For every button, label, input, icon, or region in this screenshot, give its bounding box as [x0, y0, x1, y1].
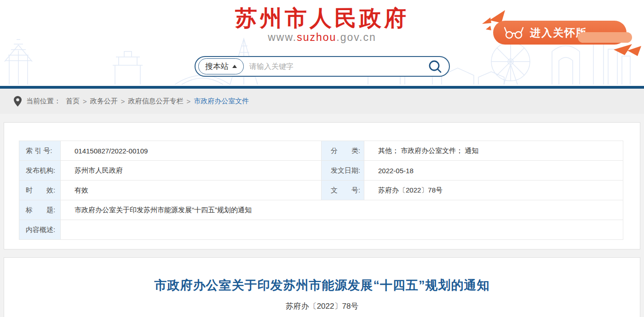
- table-row: 索 引 号: 014150827/2022-00109 分 类: 其他； 市政府…: [19, 141, 623, 161]
- care-version-button[interactable]: 进入关怀版: [493, 21, 627, 45]
- breadcrumb-home[interactable]: 首页: [66, 97, 80, 106]
- index-number-label: 索 引 号:: [19, 141, 61, 161]
- breadcrumb-separator: >: [83, 97, 87, 105]
- issue-date-label: 发文日期:: [322, 161, 364, 181]
- summary-label: 内容概述:: [19, 220, 61, 240]
- breadcrumb-office-documents[interactable]: 市政府办公室文件: [194, 97, 249, 106]
- validity-value: 有效: [61, 181, 322, 200]
- breadcrumb: 当前位置： 首页 > 政务公开 > 政府信息公开专栏 > 市政府办公室文件: [0, 89, 644, 114]
- table-row: 时 效: 有效 文 号: 苏府办〔2022〕78号: [19, 181, 623, 200]
- document-meta-card: 索 引 号: 014150827/2022-00109 分 类: 其他； 市政府…: [4, 122, 640, 249]
- issuing-agency-label: 发布机构:: [19, 161, 61, 181]
- search-scope-label: 搜本站: [205, 61, 229, 72]
- chevron-up-icon: [232, 65, 237, 68]
- table-row: 标 题: 市政府办公室关于印发苏州市能源发展“十四五”规划的通知: [19, 200, 623, 220]
- category-label: 分 类:: [322, 141, 364, 161]
- table-row: 发布机构: 苏州市人民政府 发文日期: 2022-05-18: [19, 161, 623, 181]
- search-input[interactable]: [244, 62, 428, 71]
- breadcrumb-info-disclosure[interactable]: 政府信息公开专栏: [128, 97, 184, 106]
- title-label: 标 题:: [19, 200, 61, 220]
- breadcrumb-separator: >: [121, 97, 125, 105]
- page: 苏州市人民政府 www.suzhou.gov.cn 搜本站: [0, 0, 644, 317]
- document-number-label: 文 号:: [322, 181, 364, 200]
- location-pin-icon: [14, 96, 22, 107]
- search-bar: 搜本站: [195, 56, 450, 77]
- breadcrumb-prefix: 当前位置：: [26, 97, 61, 106]
- issuing-agency-value: 苏州市人民政府: [61, 161, 322, 181]
- article-card: 市政府办公室关于印发苏州市能源发展“十四五”规划的通知 苏府办〔2022〕78号: [4, 257, 640, 317]
- table-row: 内容概述:: [19, 220, 623, 240]
- title-value: 市政府办公室关于印发苏州市能源发展“十四五”规划的通知: [61, 200, 623, 220]
- document-number-value: 苏府办〔2022〕78号: [364, 181, 623, 200]
- article-doc-number: 苏府办〔2022〕78号: [4, 301, 640, 311]
- paper-plane-icon: [612, 43, 644, 58]
- index-number-value: 014150827/2022-00109: [61, 141, 322, 161]
- site-header: 苏州市人民政府 www.suzhou.gov.cn 搜本站: [0, 0, 644, 89]
- issue-date-value: 2022-05-18: [364, 161, 623, 181]
- category-value: 其他； 市政府办公室文件； 通知: [364, 141, 623, 161]
- glasses-icon: [503, 26, 524, 40]
- validity-label: 时 效:: [19, 181, 61, 200]
- site-url-domain: suzhou: [297, 31, 336, 43]
- breadcrumb-gov-affairs[interactable]: 政务公开: [90, 97, 118, 106]
- care-button-swoosh-decoration: [578, 32, 632, 43]
- search-button[interactable]: [428, 59, 443, 74]
- search-icon: [428, 59, 443, 74]
- summary-value: [61, 220, 623, 240]
- site-url-prefix: www.: [268, 31, 297, 43]
- document-meta-table: 索 引 号: 014150827/2022-00109 分 类: 其他； 市政府…: [19, 141, 623, 240]
- article-title: 市政府办公室关于印发苏州市能源发展“十四五”规划的通知: [4, 277, 640, 294]
- breadcrumb-separator: >: [187, 97, 191, 105]
- search-scope-dropdown[interactable]: 搜本站: [198, 58, 244, 74]
- site-url-suffix: .gov.cn: [336, 31, 376, 43]
